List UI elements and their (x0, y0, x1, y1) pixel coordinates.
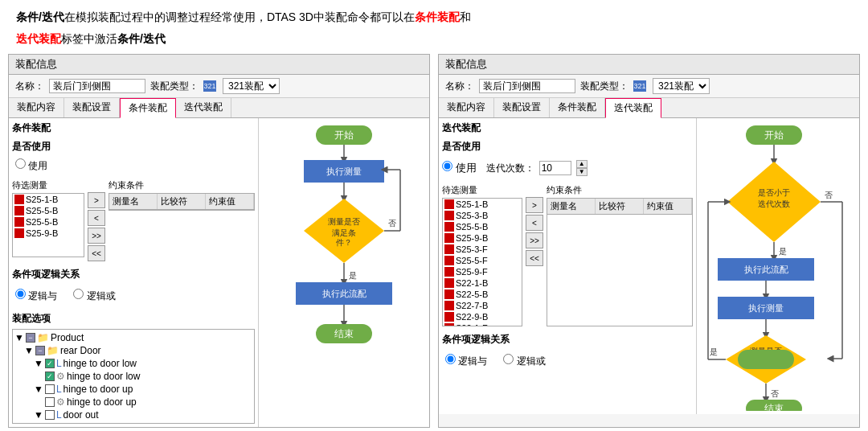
list-item[interactable]: S22-5-B (443, 289, 522, 300)
right-logic-or-radio[interactable] (503, 354, 514, 364)
right-arrow-double-right-btn[interactable]: >> (526, 232, 543, 248)
left-logic-row: 逻辑与 逻辑或 (12, 286, 255, 306)
right-type-select[interactable]: 321装配 (653, 78, 710, 94)
list-item[interactable]: S25-3-B (443, 210, 522, 221)
right-tab-iteration[interactable]: 迭代装配 (605, 98, 661, 118)
tree-label: Product (51, 332, 84, 343)
tree-indent: ▼ (34, 358, 43, 369)
left-logic-and[interactable]: 逻辑与 (15, 289, 57, 303)
left-flowchart-svg: 开始 执行测量 测量是否 满足条 件？ (280, 121, 408, 371)
iteration-count-input[interactable] (539, 161, 571, 175)
right-name-input[interactable] (479, 79, 575, 93)
tree-checkbox[interactable]: − (35, 346, 45, 355)
right-arrow-double-left-btn[interactable]: << (526, 250, 543, 266)
left-pending-col: 待选测量 S25-1-B S25-5-B S25-5-B S25-9-B (12, 179, 84, 261)
list-item[interactable]: S25-9-B (443, 232, 522, 244)
left-tab-condition[interactable]: 条件装配 (120, 98, 176, 118)
list-item[interactable]: S25-1-B (443, 199, 522, 210)
color-box (14, 195, 24, 204)
spinner-down-btn[interactable]: ▼ (576, 168, 588, 176)
list-item[interactable]: S25-5-B (13, 216, 84, 228)
left-pending-label: 待选测量 (12, 179, 84, 191)
arrow-right-btn[interactable]: > (88, 192, 105, 208)
left-logic-or-radio[interactable] (73, 289, 84, 299)
left-tabs-row: 装配内容 装配设置 条件装配 迭代装配 (9, 98, 429, 118)
svg-text:结束: 结束 (764, 403, 784, 411)
right-tab-condition[interactable]: 条件装配 (550, 98, 605, 117)
tree-checkbox[interactable] (45, 384, 55, 394)
color-box (444, 301, 454, 310)
item-label: S25-5-B (456, 222, 488, 232)
right-measure-list[interactable]: S25-1-B S25-3-B S25-5-B S25-9-B S25-3-F … (442, 198, 522, 326)
left-name-input[interactable] (49, 79, 145, 93)
list-item[interactable]: S25-5-B (13, 205, 84, 216)
spinner-up-btn[interactable]: ▲ (576, 160, 588, 168)
left-assembly-options-label: 装配选项 (12, 312, 255, 326)
left-tab-content[interactable]: 装配内容 (9, 98, 64, 117)
arrow-double-left-btn[interactable]: << (88, 245, 105, 261)
right-tab-settings[interactable]: 装配设置 (494, 98, 550, 117)
col-measure-name: 测量名 (109, 194, 158, 209)
right-arrow-left-btn[interactable]: < (526, 215, 543, 231)
tree-indent: ▼ (14, 332, 24, 343)
list-item[interactable]: S22-1-B (443, 277, 522, 289)
item-label: S25-5-B (26, 206, 58, 216)
header-bold-text: 条件/迭代 (16, 10, 64, 23)
item-label: S22-5-B (456, 289, 488, 299)
right-tab-content[interactable]: 装配内容 (439, 98, 494, 117)
right-use-radio-label[interactable]: 使用 (442, 161, 477, 175)
right-logic-or[interactable]: 逻辑或 (503, 354, 545, 368)
svg-text:是: 是 (349, 271, 357, 280)
left-panel-name-row: 名称： 装配类型： 321 321装配 (9, 75, 429, 98)
left-measure-list[interactable]: S25-1-B S25-5-B S25-5-B S25-9-B (12, 193, 84, 257)
tree-checkbox[interactable]: ✓ (45, 371, 55, 381)
tree-node: ▼ L hinge to door up (14, 383, 252, 396)
list-item[interactable]: S22-9-B (443, 311, 522, 322)
tree-label: hinge to door up (67, 396, 137, 408)
left-constraint-table: 测量名 比较符 约束值 (108, 193, 255, 211)
svg-text:否: 否 (771, 389, 779, 398)
svg-text:执行测量: 执行测量 (326, 166, 362, 176)
tree-checkbox[interactable]: ✓ (45, 359, 55, 368)
page-container: 条件/迭代在模拟装配过程中的调整过程经常使用，DTAS 3D中装配命令都可以在条… (0, 0, 868, 431)
left-type-select[interactable]: 321装配 (223, 78, 280, 94)
tree-node: ✓ ⚙ hinge to door low (14, 370, 252, 383)
list-item[interactable]: S25-5-F (443, 255, 522, 266)
list-item[interactable]: S25-9-F (443, 266, 522, 277)
folder-icon: 📁 (47, 345, 59, 356)
list-item[interactable]: S25-1-B (13, 194, 84, 205)
left-use-radio-label[interactable]: 使用 (15, 158, 47, 173)
right-arrow-right-btn[interactable]: > (526, 197, 543, 213)
right-name-label: 名称： (445, 80, 474, 93)
list-item[interactable]: S22-7-B (443, 300, 522, 311)
right-logic-title: 条件项逻辑关系 (442, 333, 693, 347)
tree-label: rear Door (60, 345, 101, 356)
tree-checkbox[interactable] (45, 410, 55, 420)
left-tree-area: ▼ − 📁 Product ▼ − 📁 rear Door (12, 329, 255, 424)
left-logic-and-radio[interactable] (15, 289, 26, 299)
list-item[interactable]: S25-3-F (443, 244, 522, 255)
item-label: S25-3-F (456, 244, 488, 254)
right-use-radio[interactable] (442, 161, 452, 171)
list-item[interactable]: S22-1-F (443, 322, 522, 326)
left-use-radio[interactable] (15, 158, 26, 169)
tree-label: hinge to door low (63, 358, 137, 369)
arrow-left-btn[interactable]: < (88, 210, 105, 226)
item-label: S25-5-B (26, 217, 58, 227)
tree-checkbox[interactable] (45, 397, 55, 407)
header-middle-text: 在模拟装配过程中的调整过程经常使用，DTAS 3D中装配命令都可以在 (64, 10, 415, 23)
left-type-icon: 321 (203, 80, 216, 92)
color-box (444, 244, 454, 254)
header-description: 条件/迭代在模拟装配过程中的调整过程经常使用，DTAS 3D中装配命令都可以在条… (0, 0, 868, 31)
right-logic-and[interactable]: 逻辑与 (445, 354, 487, 368)
tree-checkbox[interactable]: − (26, 333, 35, 343)
list-item[interactable]: S25-5-B (443, 221, 522, 232)
right-logic-and-radio[interactable] (445, 354, 456, 364)
tree-node: ⚙ hinge to door up (14, 396, 252, 408)
svg-text:开始: 开始 (764, 129, 784, 141)
list-item[interactable]: S25-9-B (13, 228, 84, 239)
arrow-double-right-btn[interactable]: >> (88, 228, 105, 244)
left-tab-settings[interactable]: 装配设置 (64, 98, 120, 117)
left-logic-or[interactable]: 逻辑或 (73, 289, 115, 303)
left-tab-iteration[interactable]: 迭代装配 (176, 98, 231, 117)
